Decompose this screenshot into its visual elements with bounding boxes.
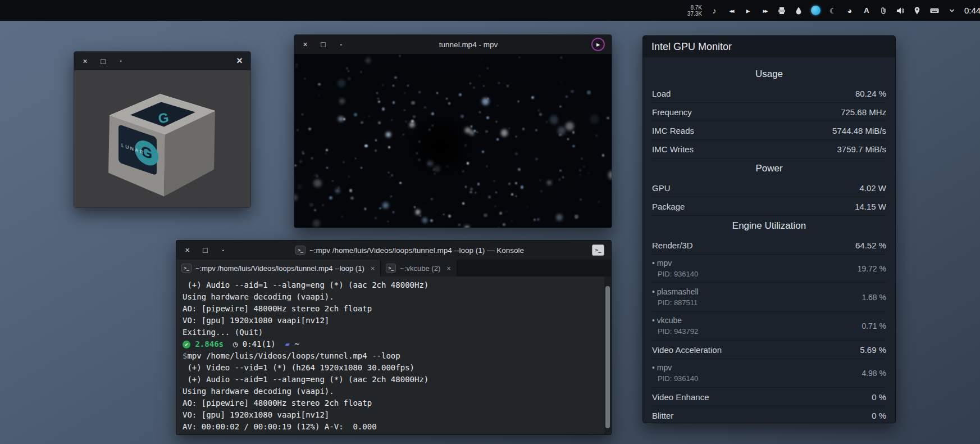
disk-usage-icon[interactable]: ◕	[845, 6, 854, 15]
mpv-window-title: tunnel.mp4 - mpv	[345, 40, 591, 49]
color-droplet-icon[interactable]	[794, 6, 803, 15]
media-forward-icon[interactable]: ▸▸	[760, 6, 769, 15]
close-icon[interactable]: ×	[301, 40, 309, 49]
terminal-line: Using hardware decoding (vaapi).	[183, 386, 604, 397]
tab-label: ~:vkcube (2)	[400, 264, 440, 273]
volume-icon[interactable]	[896, 6, 905, 15]
close-icon[interactable]: ×	[81, 57, 89, 65]
lunarg-cube: G G LUNAR	[74, 70, 250, 207]
close-icon[interactable]: ×	[235, 57, 244, 65]
maximize-icon[interactable]: □	[201, 246, 209, 255]
gpu-process-row: • vkcubePID: 9437920.71 %	[652, 312, 886, 341]
gpu-monitor-window: Intel GPU Monitor UsageLoad80.24 %Freque…	[642, 35, 896, 423]
gpu-metric-row: Package14.15 W	[652, 197, 886, 216]
tab-close-icon[interactable]: ×	[446, 264, 451, 273]
gpu-metric-row: IMC Reads5744.48 MiB/s	[652, 121, 886, 140]
gpu-metric-row: Frequency725.68 MHz	[652, 103, 886, 121]
terminal-line: AO: [pipewire] 48000Hz stereo 2ch floatp	[183, 397, 604, 409]
terminal-line: AO: [pipewire] 48000Hz stereo 2ch floatp	[183, 303, 604, 315]
terminal-line: $mpv /home/luis/Videos/loops/tunnel.mp4 …	[183, 350, 604, 362]
gpu-metric-row: Load80.24 %	[652, 84, 886, 103]
gpu-metric-row: Video Enhance0 %	[652, 388, 886, 406]
konsole-window-title: >_ ~:mpv /home/luis/Videos/loops/tunnel.…	[227, 246, 592, 255]
mpv-window: × □ ▪ tunnel.mp4 - mpv ▶	[294, 34, 612, 228]
konsole-title-text: ~:mpv /home/luis/Videos/loops/tunnel.mp4…	[309, 246, 524, 255]
konsole-app-icon: >_	[592, 244, 604, 256]
terminal-tab-icon: >_	[181, 264, 192, 273]
gpu-metric-row: Blitter0 %	[652, 406, 886, 423]
keyboard-layout-icon[interactable]	[929, 6, 940, 15]
location-icon[interactable]	[913, 6, 922, 15]
konsole-tabbar: >_ ~:mpv /home/luis/Videos/loops/tunnel.…	[176, 260, 611, 277]
terminal-line: VO: [gpu] 1920x1080 vaapi[nv12]	[183, 409, 604, 421]
printer-icon[interactable]	[777, 6, 786, 15]
clipboard-icon[interactable]	[879, 6, 888, 15]
cube-top-letter: G	[157, 110, 170, 126]
terminal-line: (+) Audio --aid=1 --alang=eng (*) (aac 2…	[183, 279, 604, 291]
konsole-window: × □ ▪ >_ ~:mpv /home/luis/Videos/loops/t…	[176, 240, 612, 435]
clock[interactable]: 0:44	[964, 6, 980, 15]
gpu-section-header: Engine Utilization	[652, 216, 886, 236]
input-method-icon[interactable]: A	[862, 6, 871, 15]
net-down-label: 37.3K	[687, 11, 702, 17]
konsole-icon: >_	[295, 246, 306, 255]
terminal-line: AV: 00:00:02 / 00:00:19 (12%) A-V: 0.000	[183, 421, 604, 433]
vkcube-viewport[interactable]: G G LUNAR	[74, 70, 250, 207]
terminal-line: ✔ 2.846s ◷ 0:41(1) ▰ ~	[183, 338, 604, 350]
mpv-titlebar[interactable]: × □ ▪ tunnel.mp4 - mpv ▶	[294, 35, 612, 54]
net-up-label: 8.7K	[687, 4, 702, 11]
scrollbar-handle[interactable]	[605, 286, 610, 428]
tab-vkcube[interactable]: >_ ~:vkcube (2) ×	[381, 260, 457, 277]
gpu-section-header: Usage	[652, 64, 886, 84]
terminal-line: VO: [gpu] 1920x1080 vaapi[nv12]	[183, 315, 604, 327]
konsole-titlebar[interactable]: × □ ▪ >_ ~:mpv /home/luis/Videos/loops/t…	[176, 241, 611, 260]
terminal-scrollbar[interactable]	[604, 277, 611, 434]
network-speed-indicator[interactable]: 8.7K 37.3K	[687, 4, 702, 17]
mpv-video-surface[interactable]	[294, 54, 612, 228]
system-tray-bar: 8.7K 37.3K ♪ ◂◂ ▸ ▸▸ ☾ ◕ A 0:44	[0, 0, 980, 21]
gpu-metric-row: Video Acceleration5.69 %	[652, 341, 886, 359]
tab-close-icon[interactable]: ×	[371, 264, 375, 273]
video-tunnel-vignette	[294, 54, 612, 228]
terminal-tab-icon: >_	[386, 264, 396, 273]
minimize-icon[interactable]: ▪	[219, 246, 227, 255]
minimize-icon[interactable]: ▪	[117, 57, 125, 65]
mpv-logo-icon: ▶	[591, 38, 605, 51]
vkcube-window: × □ ▪ × G G LUNAR	[74, 51, 251, 208]
gpu-process-row: • mpvPID: 93614019.72 %	[652, 255, 886, 283]
terminal-line: (+) Audio --aid=1 --alang=eng (*) (aac 2…	[183, 374, 604, 386]
gpu-monitor-title: Intel GPU Monitor	[643, 36, 895, 57]
gpu-process-row: • plasmashellPID: 8875111.68 %	[652, 283, 886, 312]
tray-expand-chevron-icon[interactable]	[947, 6, 956, 15]
terminal-line: Using hardware decoding (vaapi).	[183, 291, 604, 303]
gpu-metric-row: GPU4.02 W	[652, 179, 886, 197]
vkcube-titlebar[interactable]: × □ ▪ ×	[74, 52, 250, 70]
media-player-icon[interactable]: ♪	[710, 6, 719, 15]
close-icon[interactable]: ×	[183, 246, 192, 255]
desktop[interactable]: 8.7K 37.3K ♪ ◂◂ ▸ ▸▸ ☾ ◕ A 0:44	[0, 0, 980, 444]
media-play-icon[interactable]: ▸	[744, 6, 753, 15]
maximize-icon[interactable]: □	[99, 57, 107, 65]
tab-mpv[interactable]: >_ ~:mpv /home/luis/Videos/loops/tunnel.…	[176, 260, 381, 277]
terminal-line: (+) Video --vid=1 (*) (h264 1920x1080 30…	[183, 362, 604, 374]
terminal-output[interactable]: (+) Audio --aid=1 --alang=eng (*) (aac 2…	[176, 277, 604, 434]
gpu-section-header: Power	[652, 158, 886, 179]
gpu-metric-row: Render/3D64.52 %	[652, 236, 886, 255]
minimize-icon[interactable]: ▪	[337, 40, 345, 49]
maximize-icon[interactable]: □	[319, 40, 327, 49]
night-color-icon[interactable]: ☾	[828, 6, 837, 15]
gpu-process-row: • mpvPID: 9361404.98 %	[652, 359, 886, 388]
screen-recorder-icon[interactable]	[811, 6, 821, 15]
gpu-rows: UsageLoad80.24 %Frequency725.68 MHzIMC R…	[643, 57, 895, 423]
terminal-line: Exiting... (Quit)	[183, 327, 604, 338]
media-rewind-icon[interactable]: ◂◂	[727, 6, 736, 15]
gpu-metric-row: IMC Writes3759.7 MiB/s	[652, 140, 886, 158]
tab-label: ~:mpv /home/luis/Videos/loops/tunnel.mp4…	[195, 264, 364, 273]
